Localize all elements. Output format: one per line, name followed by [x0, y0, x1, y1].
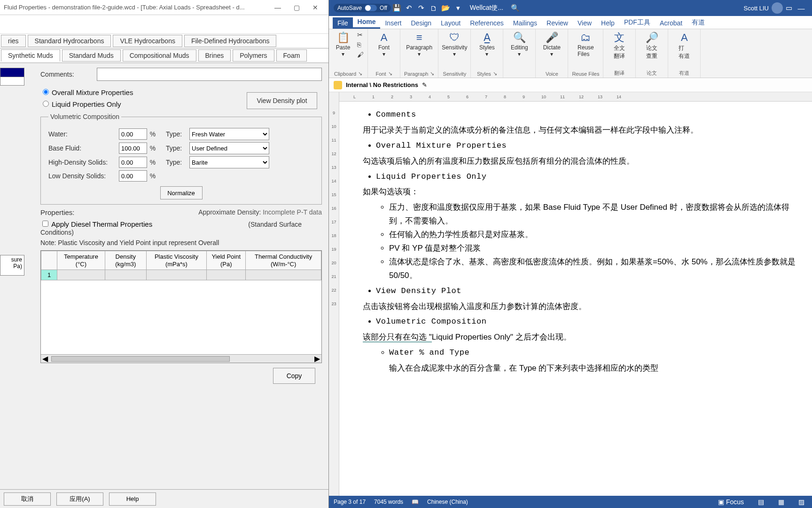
hds-value[interactable] — [119, 157, 147, 168]
minimize-icon[interactable]: — — [795, 4, 807, 12]
close-button[interactable]: ✕ — [306, 4, 325, 11]
autosave-toggle[interactable]: AutoSave Off — [334, 4, 391, 12]
scroll-thumb[interactable] — [51, 356, 230, 362]
tab-synthetic-muds[interactable]: Synthetic Muds — [1, 49, 60, 62]
cell-tc[interactable] — [246, 270, 321, 280]
save-icon[interactable]: 💾 — [391, 4, 403, 12]
ribbon-display-icon[interactable]: ▭ — [783, 4, 795, 12]
radio-liquid[interactable] — [43, 101, 49, 107]
tab-references[interactable]: References — [465, 17, 508, 29]
tab-youdao[interactable]: 有道 — [687, 16, 710, 29]
sub-1: 压力、密度和温度数据仅应用于基浆，如果 Base Fluid Type 不是 U… — [389, 201, 800, 228]
reuse-button[interactable]: 🗂Reuse Files — [573, 31, 598, 57]
status-words[interactable]: 7045 words — [374, 499, 403, 505]
tab-insert[interactable]: Insert — [380, 17, 406, 29]
diesel-checkbox[interactable] — [42, 221, 48, 227]
tab-foam[interactable]: Foam — [276, 49, 307, 62]
copy-icon[interactable]: ⎘ — [357, 41, 364, 48]
scroll-right-icon[interactable]: ▶ — [313, 354, 321, 363]
cell-density[interactable] — [105, 270, 146, 280]
tab-standard-muds[interactable]: Standard Muds — [62, 49, 121, 62]
sensitivity-button[interactable]: 🛡Sensitivity▾ — [442, 31, 467, 57]
properties-grid[interactable]: Temperature (°C) Density (kg/m3) Plastic… — [40, 250, 322, 363]
tab-mailings[interactable]: Mailings — [508, 17, 542, 29]
tab-acrobat[interactable]: Acrobat — [655, 17, 687, 29]
tab-vle-hc[interactable]: VLE Hydrocarbons — [113, 35, 182, 47]
cut-icon[interactable]: ✂ — [357, 31, 364, 39]
tab-design[interactable]: Design — [406, 17, 436, 29]
focus-button[interactable]: ▣ Focus — [715, 498, 747, 506]
normalize-button[interactable]: Normalize — [160, 186, 203, 199]
basefluid-value[interactable] — [119, 143, 147, 154]
comments-input[interactable] — [97, 68, 322, 81]
spellcheck-icon[interactable]: 📖 — [412, 499, 419, 505]
grid-hscroll[interactable]: ◀ ▶ — [41, 354, 321, 363]
user-account[interactable]: Scott LIU — [744, 2, 783, 14]
check-button[interactable]: 🔎论文 查重 — [640, 31, 664, 60]
print-layout-icon[interactable]: ▦ — [775, 498, 787, 506]
styles-button[interactable]: A̲Styles▾ — [475, 31, 499, 57]
paragraph-button[interactable]: ≡Paragraph▾ — [407, 31, 431, 57]
scroll-left-icon[interactable]: ◀ — [41, 354, 49, 363]
font-button[interactable]: AFont▾ — [372, 31, 396, 57]
format-painter-icon[interactable]: 🖌 — [357, 51, 364, 58]
minimize-button[interactable]: — — [268, 4, 287, 11]
tab-file-hc[interactable]: File-Defined Hydrocarbons — [184, 35, 277, 47]
water-value[interactable] — [119, 128, 147, 140]
dictate-button[interactable]: 🎤Dictate▾ — [539, 31, 564, 57]
tab-compositional-muds[interactable]: Compositional Muds — [123, 49, 196, 62]
tab-review[interactable]: Review — [542, 17, 573, 29]
paste-button[interactable]: 📋Paste▾ — [333, 31, 353, 57]
lds-value[interactable] — [119, 170, 147, 182]
open-icon[interactable]: 📂 — [440, 4, 452, 12]
nav-selected[interactable] — [0, 68, 24, 77]
cell-temperature[interactable] — [57, 270, 105, 280]
cell-yp[interactable] — [207, 270, 246, 280]
dialog-launcher-icon[interactable]: ↘ — [493, 71, 497, 77]
read-mode-icon[interactable]: ▤ — [755, 498, 767, 506]
cancel-button[interactable]: 取消 — [4, 492, 51, 506]
cell-pv[interactable] — [146, 270, 206, 280]
apply-button[interactable]: 应用(A) — [56, 492, 103, 506]
tab-standard-hc[interactable]: Standard Hydrocarbons — [28, 35, 111, 47]
vertical-ruler[interactable]: 91011121314151617181920212223 — [329, 92, 339, 496]
editing-button[interactable]: 🔍Editing▾ — [507, 31, 531, 57]
tab-home[interactable]: Home — [353, 16, 381, 29]
dialog-launcher-icon[interactable]: ↘ — [430, 71, 434, 77]
radio-overall[interactable] — [43, 89, 49, 95]
search-icon[interactable]: 🔍 — [509, 4, 521, 12]
status-page[interactable]: Page 3 of 17 — [334, 499, 366, 505]
tab-pdftools[interactable]: PDF工具 — [619, 16, 655, 29]
bullet-view-density: View Density Plot — [376, 285, 800, 298]
nav-empty[interactable] — [0, 77, 24, 86]
status-language[interactable]: Chinese (China) — [427, 499, 468, 505]
dialog-launcher-icon[interactable]: ↘ — [358, 71, 362, 77]
dialog-launcher-icon[interactable]: ↘ — [388, 71, 392, 77]
maximize-button[interactable]: ▢ — [287, 4, 306, 11]
tab-help[interactable]: Help — [596, 17, 619, 29]
tab-ries[interactable]: ries — [1, 35, 26, 47]
qat-more-icon[interactable]: ▾ — [452, 4, 464, 12]
tab-file[interactable]: File — [333, 17, 353, 29]
youdao-button[interactable]: A打 有道 — [672, 31, 696, 60]
undo-icon[interactable]: ↶ — [403, 4, 415, 12]
tab-layout[interactable]: Layout — [436, 17, 465, 29]
newdoc-icon[interactable]: 🗋 — [428, 4, 440, 12]
pencil-icon[interactable]: ✎ — [422, 81, 427, 88]
horizontal-ruler[interactable]: L1234567891011121314 — [339, 92, 812, 102]
redo-icon[interactable]: ↷ — [415, 4, 428, 12]
web-layout-icon[interactable]: ▨ — [796, 498, 807, 506]
hds-type-select[interactable]: Barite — [189, 156, 269, 168]
water-type-select[interactable]: Fresh Water — [189, 128, 269, 140]
table-row[interactable]: 1 — [41, 270, 321, 280]
tab-view[interactable]: View — [573, 17, 596, 29]
translate-button[interactable]: 文全文 翻译 — [607, 31, 632, 60]
view-density-button[interactable]: View Density plot — [247, 92, 317, 109]
toggle-switch-icon[interactable] — [365, 5, 377, 11]
basefluid-type-select[interactable]: User Defined — [189, 142, 269, 154]
tab-brines[interactable]: Brines — [198, 49, 231, 62]
tab-polymers[interactable]: Polymers — [233, 49, 274, 62]
copy-button[interactable]: Copy — [273, 368, 315, 384]
help-button[interactable]: Help — [109, 492, 156, 506]
document-page[interactable]: Comments 用于记录关于当前定义的流体或分析的备注信息，与任何文本编辑器一… — [339, 102, 812, 496]
